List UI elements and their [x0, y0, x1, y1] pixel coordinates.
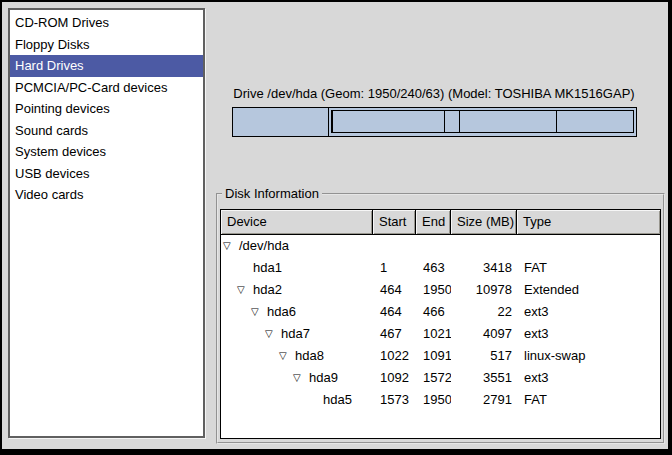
device-name: hda9 — [309, 367, 338, 389]
size-value: 3418 — [451, 257, 517, 279]
drive-title: Drive /dev/hda (Geom: 1950/240/63) (Mode… — [224, 86, 644, 101]
size-value — [451, 235, 517, 257]
sidebar-item-usb-devices[interactable]: USB devices — [10, 163, 203, 185]
expander-open-icon[interactable]: ▽ — [223, 235, 239, 257]
end-value: 1950 — [416, 389, 451, 411]
size-value: 22 — [451, 301, 517, 323]
sidebar-item-hard-drives[interactable]: Hard Drives — [10, 55, 203, 77]
start-value — [373, 235, 416, 257]
start-value: 464 — [373, 279, 416, 301]
sidebar-item-floppy-disks[interactable]: Floppy Disks — [10, 34, 203, 56]
expander-open-icon[interactable]: ▽ — [251, 301, 267, 323]
size-value: 10978 — [451, 279, 517, 301]
end-value — [416, 235, 451, 257]
hardware-browser-window: CD-ROM DrivesFloppy DisksHard DrivesPCMC… — [0, 0, 672, 455]
type-value: FAT — [517, 389, 660, 411]
device-name: hda2 — [253, 279, 282, 301]
table-row-hda7[interactable]: ▽hda746710214097ext3 — [221, 323, 660, 345]
column-header-end[interactable]: End — [416, 210, 451, 234]
sidebar-item-pointing-devices[interactable]: Pointing devices — [10, 98, 203, 120]
device-name: hda7 — [281, 323, 310, 345]
sidebar-item-video-cards[interactable]: Video cards — [10, 184, 203, 206]
column-header-size-mb[interactable]: Size (MB) — [451, 210, 517, 234]
partition-segment-hda1 — [233, 108, 329, 136]
expander-open-icon[interactable]: ▽ — [293, 367, 309, 389]
end-value: 463 — [416, 257, 451, 279]
table-row-hda6[interactable]: ▽hda646446622ext3 — [221, 301, 660, 323]
column-header-device[interactable]: Device — [221, 210, 373, 234]
disk-information-frame: Disk Information DeviceStartEndSize (MB)… — [216, 193, 665, 444]
size-value: 3551 — [451, 367, 517, 389]
end-value: 1021 — [416, 323, 451, 345]
start-value: 1022 — [373, 345, 416, 367]
partition-segment-hda5 — [557, 111, 633, 132]
partition-segment-hda7 — [333, 111, 445, 132]
expander-open-icon[interactable]: ▽ — [265, 323, 281, 345]
extended-partition-hda2 — [331, 110, 634, 133]
size-value: 517 — [451, 345, 517, 367]
table-row-hda8[interactable]: ▽hda810221091517linux-swap — [221, 345, 660, 367]
start-value: 464 — [373, 301, 416, 323]
device-name: hda6 — [267, 301, 296, 323]
size-value: 4097 — [451, 323, 517, 345]
expander-open-icon[interactable]: ▽ — [279, 345, 295, 367]
end-value: 1572 — [416, 367, 451, 389]
device-name: hda1 — [253, 257, 282, 279]
size-value: 2791 — [451, 389, 517, 411]
type-value: ext3 — [517, 323, 660, 345]
type-value — [517, 235, 660, 257]
partition-segment-hda8 — [445, 111, 460, 132]
table-row-hda1[interactable]: hda114633418FAT — [221, 257, 660, 279]
device-name: /dev/hda — [239, 235, 289, 257]
sidebar-item-system-devices[interactable]: System devices — [10, 141, 203, 163]
start-value: 1573 — [373, 389, 416, 411]
type-value: ext3 — [517, 367, 660, 389]
sidebar-item-pcmcia-pc-card-devices[interactable]: PCMCIA/PC-Card devices — [10, 77, 203, 99]
device-name: hda8 — [295, 345, 324, 367]
disk-information-label: Disk Information — [222, 186, 322, 202]
end-value: 1950 — [416, 279, 451, 301]
type-value: linux-swap — [517, 345, 660, 367]
expander-open-icon[interactable]: ▽ — [237, 279, 253, 301]
column-header-type[interactable]: Type — [517, 210, 660, 234]
table-row-hda5[interactable]: hda5157319502791FAT — [221, 389, 660, 411]
partition-table-header: DeviceStartEndSize (MB)Type — [221, 210, 660, 235]
end-value: 466 — [416, 301, 451, 323]
table-row-hda9[interactable]: ▽hda9109215723551ext3 — [221, 367, 660, 389]
start-value: 467 — [373, 323, 416, 345]
partition-segment-hda9 — [460, 111, 557, 132]
table-row-dev-hda[interactable]: ▽/dev/hda — [221, 235, 660, 257]
device-name: hda5 — [323, 389, 352, 411]
sidebar-item-cd-rom-drives[interactable]: CD-ROM Drives — [10, 12, 203, 34]
partition-table-body: ▽/dev/hdahda114633418FAT▽hda246419501097… — [221, 235, 660, 411]
table-row-hda2[interactable]: ▽hda2464195010978Extended — [221, 279, 660, 301]
type-value: Extended — [517, 279, 660, 301]
type-value: ext3 — [517, 301, 660, 323]
device-category-list: CD-ROM DrivesFloppy DisksHard DrivesPCMC… — [8, 8, 205, 438]
start-value: 1092 — [373, 367, 416, 389]
end-value: 1091 — [416, 345, 451, 367]
type-value: FAT — [517, 257, 660, 279]
column-header-start[interactable]: Start — [373, 210, 416, 234]
sidebar-item-sound-cards[interactable]: Sound cards — [10, 120, 203, 142]
partition-table: DeviceStartEndSize (MB)Type ▽/dev/hdahda… — [220, 209, 661, 439]
start-value: 1 — [373, 257, 416, 279]
partition-bar — [232, 107, 637, 137]
